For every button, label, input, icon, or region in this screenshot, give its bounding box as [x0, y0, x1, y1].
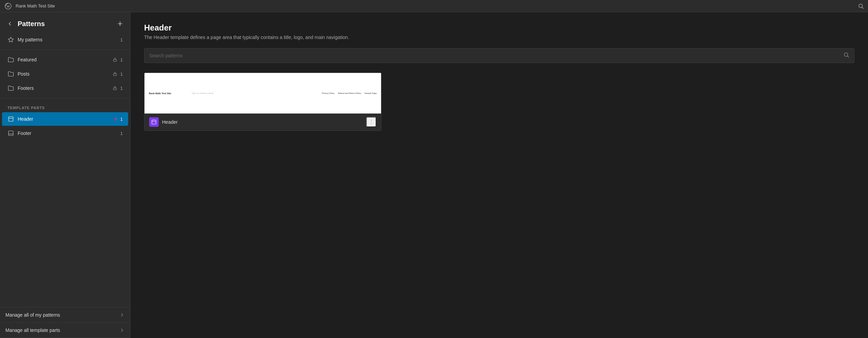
sidebar-header: Patterns: [0, 12, 130, 33]
my-patterns-label: My patterns: [18, 37, 117, 42]
header-part-label: Header: [18, 116, 111, 122]
mini-nav: Privacy Policy Refund and Return Policy …: [322, 92, 377, 94]
footers-label: Footers: [18, 85, 109, 91]
svg-rect-11: [8, 131, 13, 136]
svg-line-3: [862, 7, 863, 8]
folder-icon-footers: [7, 85, 14, 92]
svg-rect-8: [113, 88, 116, 90]
mini-nav-link-3: Sample Page: [364, 92, 377, 94]
manage-parts-link[interactable]: Manage all template parts: [0, 323, 130, 338]
sidebar-item-header[interactable]: Header 1: [2, 112, 128, 126]
top-bar-search-button[interactable]: [858, 3, 864, 9]
posts-count: 1: [120, 72, 123, 77]
svg-rect-6: [113, 60, 116, 62]
wp-logo: W: [4, 2, 12, 10]
pattern-info: Header: [144, 114, 381, 131]
svg-point-19: [371, 123, 372, 124]
mini-header-preview: Rank Math Test Site Type / to choose a b…: [144, 73, 381, 114]
template-part-icon-footer: [7, 130, 14, 137]
pattern-options-button[interactable]: [366, 117, 376, 127]
sidebar-item-footer-part[interactable]: Footer 1: [2, 126, 128, 140]
sidebar-item-featured[interactable]: Featured 1: [2, 53, 128, 66]
page-subtitle: The Header template defines a page area …: [144, 35, 854, 40]
header-part-count: 1: [120, 117, 123, 122]
template-parts-section-label: Template Parts: [0, 101, 130, 112]
footer-part-count: 1: [120, 131, 123, 136]
search-input[interactable]: [149, 53, 840, 58]
sidebar: Patterns My patterns 1: [0, 12, 131, 338]
svg-point-13: [844, 53, 848, 57]
pattern-card-header: Rank Math Test Site Type / to choose a b…: [144, 73, 381, 131]
pattern-icon: [149, 117, 159, 127]
back-button[interactable]: [5, 19, 14, 28]
manage-parts-arrow: [119, 327, 125, 333]
folder-icon-posts: [7, 71, 14, 77]
posts-label: Posts: [18, 71, 109, 77]
page-title: Header: [144, 23, 854, 33]
sidebar-title: Patterns: [18, 20, 45, 28]
manage-patterns-arrow: [119, 312, 125, 318]
active-arrow: [115, 117, 117, 121]
add-pattern-button[interactable]: [115, 19, 125, 28]
divider-1: [0, 49, 130, 50]
template-part-icon-header: [7, 116, 14, 122]
top-bar: W Rank Math Test Site: [0, 0, 868, 12]
sidebar-item-footers[interactable]: Footers 1: [2, 81, 128, 95]
lock-icon-footers: [113, 86, 117, 90]
manage-patterns-link[interactable]: Manage all of my patterns: [0, 307, 130, 323]
search-bar: [144, 48, 854, 63]
search-icon: [843, 52, 849, 59]
featured-label: Featured: [18, 57, 109, 62]
main-content: Header The Header template defines a pag…: [131, 12, 868, 338]
site-title: Rank Math Test Site: [16, 3, 55, 8]
pattern-preview: Rank Math Test Site Type / to choose a b…: [144, 73, 381, 114]
footers-count: 1: [120, 86, 123, 91]
sidebar-bottom: Manage all of my patterns Manage all tem…: [0, 307, 130, 338]
manage-patterns-label: Manage all of my patterns: [5, 312, 60, 318]
lock-icon-featured: [113, 58, 117, 62]
svg-rect-15: [152, 120, 156, 124]
svg-point-2: [859, 4, 863, 8]
svg-line-14: [847, 56, 849, 57]
folder-icon-featured: [7, 56, 14, 63]
mini-nav-link-2: Refund and Return Policy: [338, 92, 361, 94]
svg-rect-7: [113, 74, 116, 76]
lock-icon-posts: [113, 72, 117, 76]
footer-part-label: Footer: [18, 131, 117, 136]
my-patterns-count: 1: [120, 37, 123, 42]
star-icon: [7, 36, 14, 43]
featured-count: 1: [120, 57, 123, 62]
mini-site-name: Rank Math Test Site: [149, 92, 171, 95]
mini-nav-link-1: Privacy Policy: [322, 92, 334, 94]
svg-text:W: W: [7, 5, 10, 8]
svg-point-18: [371, 122, 372, 122]
mini-hint: Type / to choose a block: [192, 92, 214, 94]
manage-parts-label: Manage all template parts: [5, 327, 60, 333]
pattern-name: Header: [162, 119, 363, 125]
sidebar-item-posts[interactable]: Posts 1: [2, 67, 128, 81]
svg-rect-9: [8, 117, 13, 121]
sidebar-item-my-patterns[interactable]: My patterns 1: [2, 33, 128, 46]
svg-point-17: [371, 120, 372, 121]
divider-2: [0, 98, 130, 98]
